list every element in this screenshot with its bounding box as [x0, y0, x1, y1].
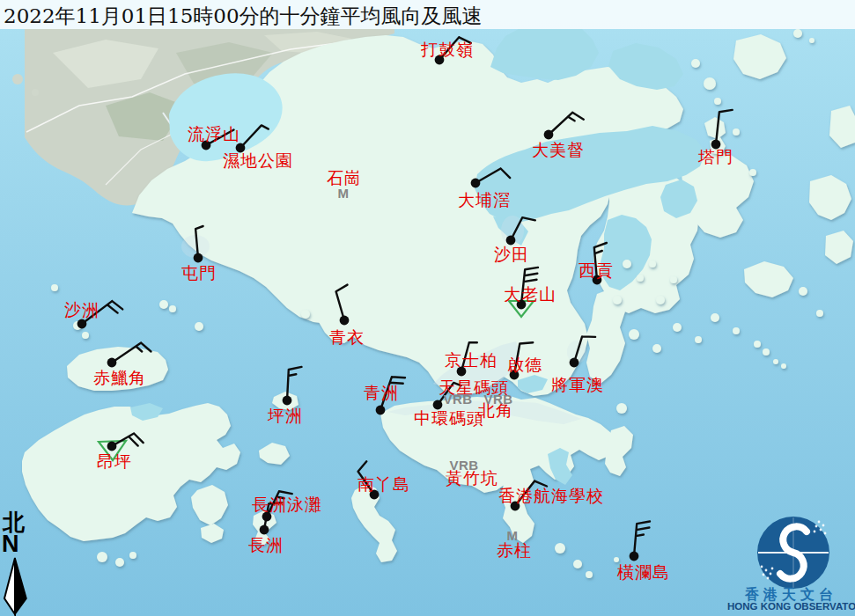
- station-dot: [260, 525, 269, 535]
- north-compass: 北 N: [0, 511, 39, 616]
- station-dot: [194, 253, 203, 263]
- station-dot: [376, 406, 386, 415]
- title-bar: 2022年11月01日15時00分的十分鐘平均風向及風速: [0, 0, 855, 29]
- north-label-en: N: [2, 532, 19, 556]
- hko-name-en: HONG KONG OBSERVATORY: [727, 602, 855, 612]
- station-dot: [340, 316, 350, 326]
- station-dot: [435, 55, 445, 65]
- station-dot: [283, 396, 292, 406]
- station-dot: [511, 502, 520, 511]
- station-dot: [570, 358, 579, 368]
- station-dot: [77, 319, 87, 329]
- station-dot: [471, 179, 481, 188]
- station-dot: [370, 490, 380, 500]
- station-dot: [517, 300, 527, 310]
- station-dot: [544, 130, 554, 140]
- station-dot: [711, 140, 721, 150]
- station-dot: [107, 442, 117, 451]
- station-dot: [202, 141, 211, 150]
- station-dot: [593, 275, 602, 285]
- station-dot: [236, 143, 246, 153]
- station-dot: [506, 236, 516, 246]
- weather-wind-map: 打鼓嶺流浮山濕地公園大美督塔門石崗M大埔滘沙田屯門西貢大老山沙洲青衣赤鱲角京士柏…: [0, 0, 855, 616]
- station-dot: [630, 552, 639, 561]
- station-dot: [433, 400, 443, 410]
- hko-name-zh: 香港天文台: [727, 588, 855, 602]
- station-dot: [107, 358, 117, 368]
- station-dot: [457, 367, 467, 377]
- station-dot: [510, 370, 520, 380]
- map-title: 2022年11月01日15時00分的十分鐘平均風向及風速: [4, 3, 483, 30]
- hko-logo: 香港天文台 HONG KONG OBSERVATORY: [727, 513, 855, 616]
